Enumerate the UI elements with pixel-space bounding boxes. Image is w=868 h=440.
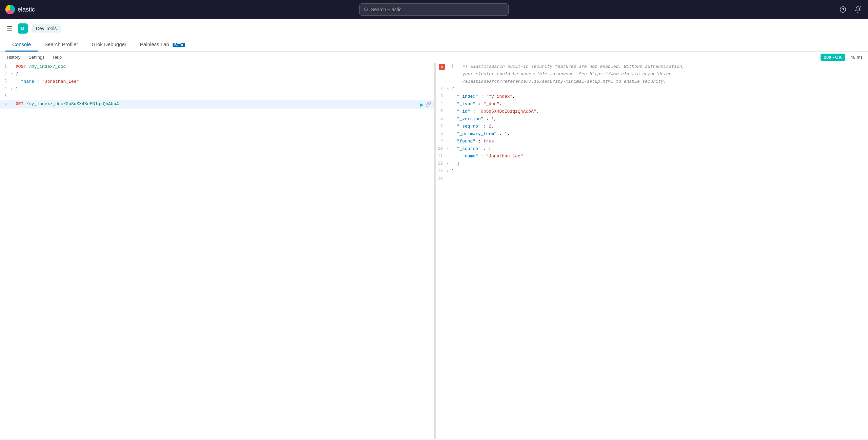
line-content-5 xyxy=(16,93,434,99)
line-num-1: 1 xyxy=(0,63,11,69)
fold-3 xyxy=(11,78,16,83)
response-time: 48 ms xyxy=(851,55,863,60)
svg-line-1 xyxy=(367,11,368,11)
line-content-2: { xyxy=(16,71,434,77)
resp-line-num-9: 9 xyxy=(436,138,447,144)
resp-fold-8 xyxy=(447,131,452,135)
resp-content-5: "_id" : "0pSqSX4BoEG1qzQhAUbA", xyxy=(452,108,868,114)
editor-line-1: 1 POST /my_index/_doc xyxy=(0,63,434,71)
response-line-12: 12 ▸ } xyxy=(436,160,868,168)
svg-point-0 xyxy=(364,8,368,11)
help-icon[interactable] xyxy=(838,5,848,14)
tab-search-profiler[interactable]: Search Profiler xyxy=(38,38,85,52)
response-line-5: 5 "_id" : "0pSqSX4BoEG1qzQhAUbA", xyxy=(436,108,868,115)
resp-line-num-3: 3 xyxy=(436,93,447,99)
search-icon xyxy=(364,7,368,12)
resp-fold-7 xyxy=(447,123,452,128)
resp-content-3: "_index" : "my_index", xyxy=(452,93,868,99)
response-pane[interactable]: ✕ 1 #! Elasticsearch built-in security f… xyxy=(436,63,868,439)
resp-line-num-8: 8 xyxy=(436,131,447,136)
resp-fold-5 xyxy=(447,108,452,113)
editor-pane[interactable]: 1 POST /my_index/_doc 2 ▾ { 3 "name": "J… xyxy=(0,63,434,439)
tab-grok-debugger[interactable]: Grok Debugger xyxy=(85,38,133,52)
help-button[interactable]: Help xyxy=(51,54,63,60)
tab-painless-lab[interactable]: Painless Lab BETA xyxy=(133,38,192,52)
resp-content-13: } xyxy=(452,168,868,174)
resp-line-num-2: 2 xyxy=(436,86,447,91)
response-line-10: 10 ▾ "_source" : { xyxy=(436,145,868,153)
run-button[interactable]: ▶ xyxy=(420,101,423,108)
copy-link-button[interactable] xyxy=(426,101,431,108)
line-num-6: 6 xyxy=(0,101,11,106)
secondary-navigation: ☰ D Dev Tools xyxy=(0,19,868,38)
resp-content-12: } xyxy=(452,160,868,166)
resp-fold-12[interactable]: ▸ xyxy=(447,160,452,166)
resp-fold-2[interactable]: ▾ xyxy=(447,86,452,91)
resp-content-2: { xyxy=(452,86,868,92)
resp-line-num-13: 13 xyxy=(436,168,447,173)
line-content-1: POST /my_index/_doc xyxy=(16,63,434,69)
elastic-logo[interactable]: elastic xyxy=(5,5,35,14)
editor-line-2: 2 ▾ { xyxy=(0,71,434,78)
editor-line-5: 5 xyxy=(0,93,434,100)
resp-line-num-1: 1 xyxy=(447,63,458,69)
response-line-3: 3 "_index" : "my_index", xyxy=(436,93,868,100)
resp-line-num-1c xyxy=(447,78,458,84)
resp-line-num-12: 12 xyxy=(436,160,447,166)
breadcrumb[interactable]: Dev Tools xyxy=(32,24,61,33)
beta-badge: BETA xyxy=(173,43,185,47)
resp-fold-11 xyxy=(447,153,452,158)
line-6-actions: ▶ xyxy=(420,101,431,108)
resp-line-num-10: 10 xyxy=(436,146,447,151)
resp-content-10: "_source" : { xyxy=(452,146,868,151)
resp-fold-6 xyxy=(447,116,452,120)
global-search-bar[interactable] xyxy=(359,3,509,16)
line-num-3: 3 xyxy=(0,78,11,84)
resp-fold-13[interactable]: ▸ xyxy=(447,168,452,173)
settings-button[interactable]: Settings xyxy=(27,54,46,60)
tabs-bar: Console Search Profiler Grok Debugger Pa… xyxy=(0,38,868,52)
resp-fold-1b xyxy=(458,71,462,76)
resp-fold-3 xyxy=(447,93,452,98)
resp-fold-1c xyxy=(458,78,462,83)
resp-content-11: "name" : "Jonathan_Lee" xyxy=(452,153,868,159)
editor-line-4: 4 ▸ } xyxy=(0,85,434,93)
response-line-14: 14 xyxy=(436,175,868,183)
resp-content-9: "found" : true, xyxy=(452,138,868,144)
search-input[interactable] xyxy=(371,7,504,12)
tab-console[interactable]: Console xyxy=(5,38,38,52)
menu-toggle[interactable]: ☰ xyxy=(5,23,14,34)
resp-fold-14 xyxy=(447,175,452,180)
fold-5 xyxy=(11,93,16,98)
response-line-8: 8 "_primary_term" : 1, xyxy=(436,130,868,138)
resp-line-num-7: 7 xyxy=(436,123,447,129)
user-avatar[interactable]: D xyxy=(18,23,28,34)
fold-6 xyxy=(11,101,16,106)
response-line-6: 6 "_version" : 1, xyxy=(436,115,868,123)
resp-fold-9 xyxy=(447,138,452,143)
resp-line-num-6: 6 xyxy=(436,116,447,121)
line-num-5: 5 xyxy=(0,93,11,99)
fold-4[interactable]: ▸ xyxy=(11,86,16,91)
fold-1 xyxy=(11,63,16,68)
resp-line-num-14: 14 xyxy=(436,175,447,181)
fold-2[interactable]: ▾ xyxy=(11,71,16,76)
resp-content-4: "_type" : "_doc", xyxy=(452,101,868,107)
response-line-2: 2 ▾ { xyxy=(436,85,868,93)
response-line-4: 4 "_type" : "_doc", xyxy=(436,100,868,108)
history-button[interactable]: History xyxy=(5,54,22,60)
response-line-13: 13 ▸ } xyxy=(436,168,868,175)
resp-content-6: "_version" : 1, xyxy=(452,116,868,121)
resp-content-14 xyxy=(452,175,868,181)
response-line-1c: /elasticsearch/reference/7.16/security-m… xyxy=(436,78,868,85)
response-line-1b: your cluster could be accessible to anyo… xyxy=(436,71,868,78)
elastic-logo-icon xyxy=(5,5,15,14)
response-line-7: 7 "_seq_no" : 2, xyxy=(436,123,868,130)
main-content: 1 POST /my_index/_doc 2 ▾ { 3 "name": "J… xyxy=(0,63,868,439)
resp-content-7: "_seq_no" : 2, xyxy=(452,123,868,129)
editor-line-3: 3 "name": "Jonathan_Lee" xyxy=(0,78,434,85)
notifications-icon[interactable] xyxy=(853,5,863,14)
dismiss-button[interactable]: ✕ xyxy=(439,64,445,70)
resp-fold-10[interactable]: ▾ xyxy=(447,146,452,151)
top-navigation: elastic xyxy=(0,0,868,19)
